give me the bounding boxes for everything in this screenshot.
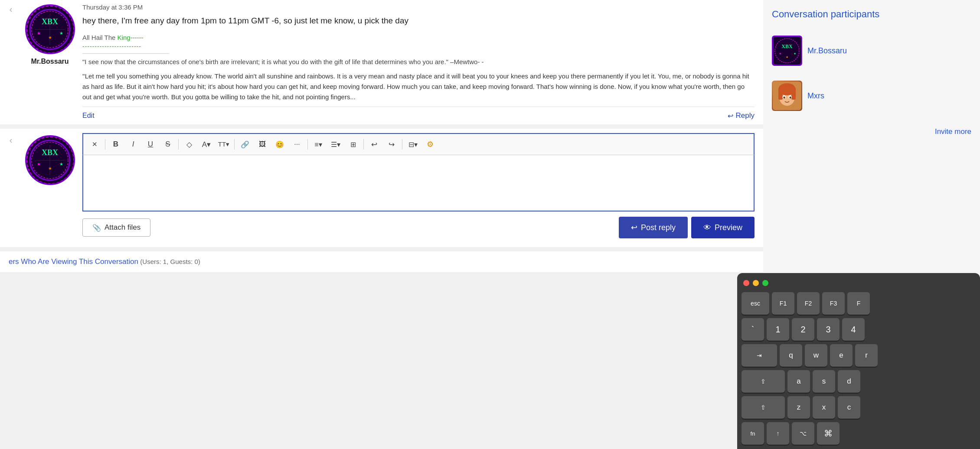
toolbar-sep1 [105,139,105,150]
reply-avatar-col: XBX ★ ★ ★ [22,129,78,247]
sidebar-title: Conversation participants [772,9,971,20]
toolbar-italic[interactable]: I [125,137,141,152]
kb-key-capslock[interactable]: ⇪ [742,370,785,393]
kb-key-esc[interactable]: esc [742,292,769,315]
attach-files-button[interactable]: 📎 Attach files [82,218,150,237]
avatar: XBX ★ ★ ★ [25,4,75,54]
kb-key-3[interactable]: 3 [817,318,840,341]
kb-key-shift-l[interactable]: ⇧ [742,396,785,419]
kb-key-a[interactable]: a [787,370,810,393]
edit-button[interactable]: Edit [82,112,95,120]
reply-left-nav[interactable]: ‹ [0,129,22,247]
message-left-nav[interactable]: ‹ [0,0,22,124]
kb-key-s[interactable]: s [813,370,835,393]
kb-key-r-partial[interactable]: r [855,344,878,367]
kb-key-f4-partial[interactable]: F [847,292,870,315]
kb-row-3: ⇪ a s d [742,370,976,393]
participant-avatar-xbx: XBX ★ ★ ★ [772,36,802,66]
toolbar-redo[interactable]: ↪ [384,137,399,152]
keyboard-overlay: esc F1 F2 F3 F ` 1 2 3 4 ⇥ q w e r ⇪ a s… [737,273,980,449]
toolbar-undo[interactable]: ↩ [366,137,382,152]
action-buttons-right: ↩ Post reply 👁 Preview [619,217,755,238]
kb-minimize-dot[interactable] [753,280,759,286]
reply-section: ‹ XBX ★ ★ ★ ✕ B [0,129,763,247]
kb-row-5: fn ↑ ⌥ ⌘ [742,422,976,445]
kb-key-f1[interactable]: F1 [772,292,794,315]
svg-text:★: ★ [786,55,788,59]
kb-key-q[interactable]: q [780,344,802,367]
kb-key-cmd[interactable]: ⌘ [817,422,840,445]
invite-more-link[interactable]: Invite more [772,127,971,136]
preview-button[interactable]: 👁 Preview [691,217,755,238]
post-reply-button[interactable]: ↩ Post reply [619,217,688,238]
toolbar-image[interactable]: 🖼 [255,137,270,152]
toolbar-eraser[interactable]: ✕ [87,137,102,152]
viewers-meta: (Users: 1, Guests: 0) [140,258,200,265]
kb-key-z[interactable]: z [787,396,810,419]
toolbar-font-size[interactable]: A▾ [199,137,214,152]
kb-expand-dot[interactable] [762,280,768,286]
kb-key-fn[interactable]: fn [742,422,764,445]
attach-icon: 📎 [92,224,101,232]
kb-key-d[interactable]: d [838,370,860,393]
kb-key-tab[interactable]: ⇥ [742,344,777,367]
sig-divider [82,53,169,54]
sig-prefix: All Hail The [82,34,118,41]
preview-icon: 👁 [703,223,711,232]
participant-mrbossaru: XBX ★ ★ ★ Mr.Bossaru [772,36,971,66]
toolbar-template[interactable]: ⊟▾ [405,137,421,152]
editor-content[interactable] [82,155,755,211]
keyboard-titlebar [742,280,976,286]
kb-close-dot[interactable] [743,280,749,286]
toolbar-settings[interactable]: ⚙ [422,137,438,152]
message-card: ‹ XBX ★ ★ ★ Mr.Bossa [0,0,763,124]
svg-rect-16 [773,36,801,65]
post-reply-label: Post reply [641,223,676,232]
kb-key-x[interactable]: x [813,396,835,419]
svg-text:XBX: XBX [781,43,793,49]
kb-key-f3[interactable]: F3 [822,292,845,315]
kb-key-option[interactable]: ⌥ [792,422,814,445]
participant-name-mxrs[interactable]: Mxrs [807,91,824,101]
toolbar-list[interactable]: ☰▾ [328,137,343,152]
toolbar-emoji[interactable]: 😊 [272,137,287,152]
kb-row-1: ` 1 2 3 4 [742,318,976,341]
kb-row-4: ⇧ z x c [742,396,976,419]
kb-key-e[interactable]: e [830,344,853,367]
toolbar-table[interactable]: ⊞ [345,137,361,152]
message-avatar-col: XBX ★ ★ ★ Mr.Bossaru [22,0,78,124]
kb-key-c-partial[interactable]: c [838,396,860,419]
message-body: Thursday at 3:36 PM hey there, I'm free … [78,0,763,124]
toolbar-highlight[interactable]: ◇ [181,137,197,152]
toolbar-sep2 [178,139,179,150]
svg-rect-27 [791,88,796,100]
editor-toolbar: ✕ B I U S ◇ A▾ TT▾ 🔗 🖼 😊 ··· ≡▾ ☰▾ ⊞ [82,133,755,155]
toolbar-underline[interactable]: U [143,137,158,152]
kb-key-backtick[interactable]: ` [742,318,764,341]
message-timestamp: Thursday at 3:36 PM [82,3,755,11]
viewers-bar: ers Who Are Viewing This Conversation (U… [0,251,763,272]
participant-name-mrbossaru[interactable]: Mr.Bossaru [807,46,847,55]
toolbar-sep5 [363,139,364,150]
kb-key-4-partial[interactable]: 4 [842,318,865,341]
toolbar-sep6 [402,139,402,150]
kb-key-w[interactable]: w [805,344,827,367]
kb-key-up[interactable]: ↑ [767,422,789,445]
svg-point-31 [790,97,791,99]
editor-actions: 📎 Attach files ↩ Post reply 👁 Preview [82,211,755,243]
toolbar-bold[interactable]: B [108,137,124,152]
attach-files-label: Attach files [105,223,140,232]
participant-avatar-mxrs-wrap [772,81,802,111]
toolbar-link[interactable]: 🔗 [237,137,253,152]
svg-text:★: ★ [794,52,796,55]
reply-button[interactable]: ↩ Reply [728,111,755,120]
kb-key-1[interactable]: 1 [767,318,789,341]
kb-key-f2[interactable]: F2 [797,292,820,315]
toolbar-text-size[interactable]: TT▾ [216,137,232,152]
toolbar-align[interactable]: ≡▾ [310,137,326,152]
svg-rect-26 [778,88,783,100]
toolbar-more[interactable]: ··· [289,137,305,152]
reply-avatar: XBX ★ ★ ★ [25,135,75,185]
kb-key-2[interactable]: 2 [792,318,814,341]
toolbar-strikethrough[interactable]: S [160,137,176,152]
